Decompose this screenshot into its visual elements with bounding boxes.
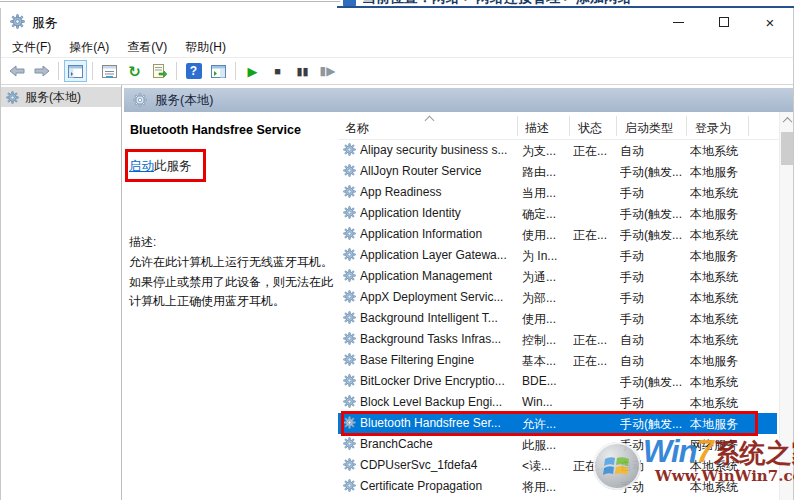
back-arrow-icon <box>9 65 25 77</box>
service-name: Application Identity <box>360 206 516 220</box>
service-row[interactable]: BranchCache 此服... 手动 网络服务 <box>338 434 777 455</box>
service-description: 此服... <box>522 437 568 454</box>
tree-item-services-local[interactable]: 服务(本地) <box>1 87 121 107</box>
service-name: Block Level Backup Engi... <box>360 395 516 409</box>
column-separator[interactable] <box>616 116 617 136</box>
service-gear-icon <box>343 479 356 492</box>
service-name: AllJoyn Router Service <box>360 164 516 178</box>
background-window-sliver: 当前位置：网络 > 网络连接管理 > 添加网络 <box>0 0 794 8</box>
refresh-button[interactable]: ↻ <box>123 60 146 82</box>
toolbar-separator <box>235 62 236 80</box>
vertical-scrollbar[interactable] <box>779 112 793 500</box>
service-gear-icon <box>343 143 356 156</box>
column-header-startup[interactable]: 启动类型 <box>625 120 673 137</box>
service-row[interactable]: Background Tasks Infras... 控制... 正在... 自… <box>338 329 777 350</box>
service-name: Background Tasks Infras... <box>360 332 516 346</box>
service-startup-type: 自动 <box>620 458 686 475</box>
service-gear-icon <box>343 290 356 303</box>
service-row[interactable]: BitLocker Drive Encryptio... BDE... 手动(触… <box>338 371 777 392</box>
service-gear-icon <box>343 458 356 471</box>
column-separator[interactable] <box>686 116 687 136</box>
start-service-button[interactable]: ▶ <box>241 60 264 82</box>
column-separator[interactable] <box>569 116 570 136</box>
service-row[interactable]: Bluetooth Handsfree Ser... 允许... 手动(触发..… <box>338 413 777 434</box>
service-row[interactable]: Alipay security business s... 为支... 正在..… <box>338 140 777 161</box>
service-row[interactable]: CDPUserSvc_1fdefa4 <读... 正在... 自动 本地系统 <box>338 455 777 476</box>
column-header-status[interactable]: 状态 <box>578 120 602 137</box>
menu-help[interactable]: 帮助(H) <box>176 37 235 58</box>
service-row[interactable]: Background Intelligent T... 使用... 手动 本地系… <box>338 308 777 329</box>
service-description: 确定... <box>522 206 568 223</box>
forward-button[interactable] <box>30 60 53 82</box>
description-text: 允许在此计算机上运行无线蓝牙耳机。如果停止或禁用了此设备，则无法在此计算机上正确… <box>129 253 336 312</box>
pane-header-label: 服务(本地) <box>155 92 213 109</box>
show-console-tree-button[interactable] <box>64 60 87 82</box>
service-startup-type: 手动(触发... <box>620 164 686 181</box>
service-gear-icon <box>343 227 356 240</box>
toolbar-separator <box>92 62 93 80</box>
service-gear-icon <box>343 269 356 282</box>
service-startup-type: 手动 <box>620 479 686 496</box>
maximize-button[interactable] <box>701 8 747 36</box>
column-header-description[interactable]: 描述 <box>525 120 549 137</box>
toolbar-separator <box>176 62 177 80</box>
service-name: BitLocker Drive Encryptio... <box>360 374 516 388</box>
scrollbar-up-arrow[interactable] <box>780 112 794 128</box>
service-startup-type: 手动(触发... <box>620 206 686 223</box>
column-separator[interactable] <box>517 116 518 136</box>
service-row[interactable]: Application Identity 确定... 手动(触发... 本地服务 <box>338 203 777 224</box>
minimize-icon <box>673 22 684 23</box>
restart-service-button[interactable]: ▮▶ <box>316 60 339 82</box>
help-button[interactable]: ? <box>182 60 205 82</box>
menu-action[interactable]: 操作(A) <box>60 37 118 58</box>
description-label: 描述: <box>129 234 156 251</box>
service-description: 为 In... <box>522 248 568 265</box>
service-row[interactable]: AppX Deployment Servic... 为部... 手动 本地系统 <box>338 287 777 308</box>
pause-service-button[interactable]: ▮▮ <box>291 60 314 82</box>
service-gear-icon <box>343 332 356 345</box>
service-status: 正在... <box>573 353 618 370</box>
service-description: 基本... <box>522 353 568 370</box>
service-gear-icon <box>343 311 356 324</box>
service-row[interactable]: Certificate Propagation 将用... 手动 本地系统 <box>338 476 777 497</box>
back-button[interactable] <box>5 60 28 82</box>
show-action-pane-button[interactable] <box>207 60 230 82</box>
service-row[interactable]: AllJoyn Router Service 路由... 手动(触发... 本地… <box>338 161 777 182</box>
service-row[interactable]: Application Management 为通... 手动 本地系统 <box>338 266 777 287</box>
stop-service-button[interactable]: ■ <box>266 60 289 82</box>
service-row[interactable]: App Readiness 当用... 手动 本地系统 <box>338 182 777 203</box>
tree-item-label: 服务(本地) <box>25 89 81 106</box>
scrollbar-thumb[interactable] <box>781 132 793 165</box>
properties-icon <box>102 65 117 78</box>
service-logon-as: 本地系统 <box>690 395 774 412</box>
column-header-logon[interactable]: 登录为 <box>695 120 731 137</box>
column-separator[interactable] <box>748 116 749 136</box>
service-logon-as: 本地系统 <box>690 143 774 160</box>
service-startup-type: 手动(触发... <box>620 227 686 244</box>
service-gear-icon <box>343 374 356 387</box>
service-logon-as: 本地系统 <box>690 479 774 496</box>
service-startup-type: 手动 <box>620 437 686 454</box>
service-name: BranchCache <box>360 437 516 451</box>
column-header-name[interactable]: 名称 <box>345 120 369 137</box>
service-description: 使用... <box>522 311 568 328</box>
properties-button[interactable] <box>98 60 121 82</box>
refresh-icon: ↻ <box>128 64 141 79</box>
export-list-button[interactable] <box>148 60 171 82</box>
service-row[interactable]: Block Level Backup Engi... Win... 手动 本地系… <box>338 392 777 413</box>
service-name: App Readiness <box>360 185 516 199</box>
service-startup-type: 手动(触发... <box>620 374 686 391</box>
service-row[interactable]: Base Filtering Engine 基本... 正在... 自动 本地服… <box>338 350 777 371</box>
service-description: BDE... <box>522 374 568 388</box>
close-button[interactable]: × <box>747 8 793 36</box>
services-pane: 服务(本地) Bluetooth Handsfree Service 启动此服务… <box>124 85 793 500</box>
service-row[interactable]: Application Layer Gatewa... 为 In... 手动 本… <box>338 245 777 266</box>
service-gear-icon <box>343 353 356 366</box>
service-row[interactable]: Application Information 使用... 正在... 手动(触… <box>338 224 777 245</box>
menu-file[interactable]: 文件(F) <box>3 37 60 58</box>
menu-view[interactable]: 查看(V) <box>118 37 176 58</box>
service-startup-type: 自动 <box>620 143 686 160</box>
service-startup-type: 手动 <box>620 269 686 286</box>
minimize-button[interactable] <box>655 8 701 36</box>
service-startup-type: 自动 <box>620 332 686 349</box>
